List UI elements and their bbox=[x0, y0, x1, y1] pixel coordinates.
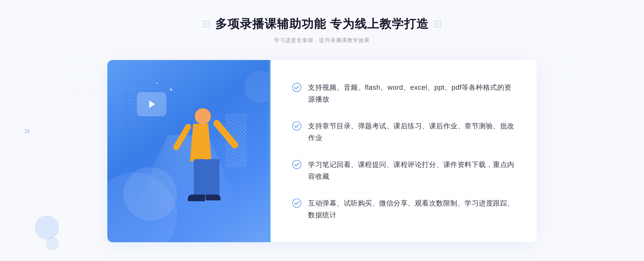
svg-point-1 bbox=[292, 122, 301, 130]
feature-item-1: 支持视频、音频、flash、word、excel、ppt、pdf等各种格式的资源… bbox=[292, 76, 515, 110]
decorative-dots-left bbox=[62, 48, 94, 96]
human-pants-right bbox=[207, 159, 219, 197]
page-title: 多项录播课辅助功能 专为线上教学打造 bbox=[215, 16, 429, 32]
separator-bar bbox=[268, 60, 270, 242]
human-pants-left bbox=[194, 159, 207, 197]
title-dots-left bbox=[203, 21, 210, 27]
play-triangle-icon bbox=[149, 100, 155, 108]
feature-text-2: 支持章节目录、弹题考试、课后练习、课后作业、章节测验、批改作业 bbox=[308, 120, 515, 144]
feature-item-2: 支持章节目录、弹题考试、课后练习、课后作业、章节测验、批改作业 bbox=[292, 114, 515, 149]
human-body bbox=[190, 124, 211, 161]
check-circle-icon-4 bbox=[292, 198, 302, 208]
human-arm-right bbox=[212, 119, 240, 150]
human-head bbox=[195, 108, 211, 124]
deco-circle-large bbox=[35, 215, 59, 240]
human-shoe-right bbox=[206, 195, 221, 200]
deco-circle-panel-small-top bbox=[244, 71, 268, 103]
sparkle-icon-1: ✦ bbox=[169, 87, 173, 93]
deco-circle-small bbox=[46, 237, 59, 250]
header-section: 多项录播课辅助功能 专为线上教学打造 学习进度全掌握，提升录播课教学效果 bbox=[203, 16, 441, 44]
illustration-panel: ✦ ✦ bbox=[107, 60, 268, 242]
check-circle-icon-1 bbox=[292, 83, 302, 92]
play-button-bubble bbox=[137, 92, 166, 116]
feature-item-4: 互动弹幕、试听购买、微信分享、观看次数限制、学习进度跟踪、数据统计 bbox=[292, 192, 515, 226]
feature-text-3: 学习笔记回看、课程提问、课程评论打分、课件资料下载，重点内容收藏 bbox=[308, 159, 515, 182]
svg-point-0 bbox=[292, 83, 301, 92]
human-arm-left bbox=[172, 123, 192, 151]
svg-point-2 bbox=[292, 160, 301, 169]
check-circle-icon-2 bbox=[292, 121, 302, 131]
human-figure-illustration bbox=[165, 108, 240, 242]
svg-point-3 bbox=[292, 199, 301, 207]
title-row: 多项录播课辅助功能 专为线上教学打造 bbox=[203, 16, 441, 32]
features-panel: 支持视频、音频、flash、word、excel、ppt、pdf等各种格式的资源… bbox=[270, 60, 537, 242]
feature-item-3: 学习笔记回看、课程提问、课程评论打分、课件资料下载，重点内容收藏 bbox=[292, 153, 515, 188]
human-shoe-left bbox=[188, 195, 205, 201]
sparkle-icon-2: ✦ bbox=[156, 81, 158, 85]
feature-text-1: 支持视频、音频、flash、word、excel、ppt、pdf等各种格式的资源… bbox=[308, 81, 515, 105]
decorative-dots-right bbox=[550, 48, 582, 96]
content-area: ✦ ✦ bbox=[107, 60, 537, 242]
chevron-left-decoration: » bbox=[24, 125, 28, 136]
page-container: » 多项录播课辅助功能 专为线上教学打造 学习进度全掌握，提升录播课教学效果 bbox=[0, 0, 644, 261]
feature-text-4: 互动弹幕、试听购买、微信分享、观看次数限制、学习进度跟踪、数据统计 bbox=[308, 197, 515, 221]
title-dots-right bbox=[434, 21, 441, 27]
page-subtitle: 学习进度全掌握，提升录播课教学效果 bbox=[203, 37, 441, 44]
check-circle-icon-3 bbox=[292, 160, 302, 169]
